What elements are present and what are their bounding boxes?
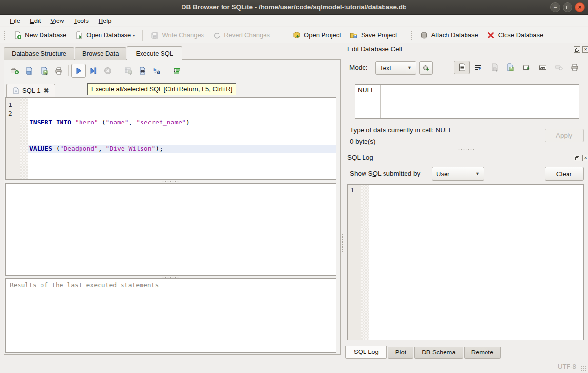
splitter-handle[interactable]: [162, 181, 179, 183]
auto-mode-button[interactable]: [419, 61, 433, 75]
save-file-dropdown-arrow[interactable]: ▾: [45, 72, 47, 76]
resize-grip[interactable]: [581, 366, 587, 372]
close-button[interactable]: ×: [575, 2, 585, 12]
float-dock-icon[interactable]: [574, 155, 580, 161]
close-dock-icon[interactable]: ✕: [582, 46, 588, 53]
sql-log-filter-label: Show SQL submitted by: [350, 170, 420, 177]
new-database-button[interactable]: New Database: [9, 29, 71, 41]
attach-database-icon: [420, 31, 428, 39]
svg-text:b: b: [153, 67, 157, 72]
results-message-area[interactable]: Results of the last executed statements: [5, 278, 336, 353]
open-file-icon: [25, 67, 33, 75]
tab-database-structure[interactable]: Database Structure: [4, 47, 74, 60]
cell-value-editor[interactable]: NULL: [355, 84, 579, 119]
maximize-button[interactable]: [563, 2, 572, 12]
cell-editor-divider: [380, 85, 381, 118]
dock-splitter-handle[interactable]: [458, 149, 474, 151]
sql-log-view[interactable]: 1: [347, 184, 584, 340]
chevron-down-icon: ▼: [407, 65, 412, 70]
stop-button: [101, 64, 115, 78]
menu-file[interactable]: File: [5, 16, 25, 26]
copy-link-button[interactable]: [534, 61, 550, 74]
menu-edit[interactable]: Edit: [25, 16, 45, 26]
open-database-dropdown-arrow[interactable]: ▾: [133, 33, 135, 39]
tab-browse-data[interactable]: Browse Data: [75, 47, 126, 60]
attach-database-button[interactable]: Attach Database: [416, 29, 483, 41]
minimize-button[interactable]: −: [550, 2, 560, 12]
open-project-button[interactable]: Open Project: [288, 29, 345, 41]
save-results-dropdown-arrow: ▾: [129, 72, 131, 76]
dock-tab-db-schema[interactable]: DB Schema: [414, 347, 463, 359]
dock-tab-remote[interactable]: Remote: [464, 347, 501, 359]
encoding-indicator[interactable]: UTF-8: [558, 363, 576, 370]
results-grid[interactable]: [5, 183, 336, 276]
window-controls: − ×: [550, 2, 585, 12]
sql-file-icon: [13, 87, 19, 94]
sql-editor-tab-label: SQL 1: [22, 87, 40, 94]
sql-log-filter-combobox[interactable]: User ▼: [432, 167, 484, 181]
menu-help[interactable]: Help: [94, 16, 117, 26]
sql-log-dock-buttons: ✕: [574, 155, 588, 161]
dock-tab-sql-log[interactable]: SQL Log: [345, 346, 387, 359]
close-dock-icon[interactable]: ✕: [582, 155, 588, 161]
edit-cell-dock-title: Edit Database Cell: [347, 45, 402, 53]
close-database-button[interactable]: Close Database: [483, 29, 548, 41]
sql-toolbar-separator: [167, 65, 167, 76]
status-bar: UTF-8: [0, 359, 588, 373]
toolbar-drag-handle[interactable]: [283, 30, 285, 40]
text-document-icon: [459, 63, 466, 71]
toolbar-drag-handle[interactable]: [410, 30, 413, 40]
print-cell-button[interactable]: [567, 61, 583, 74]
line-number: 2: [8, 109, 20, 118]
save-project-button[interactable]: Save Project: [345, 29, 402, 41]
save-results-button: ▾: [121, 64, 135, 78]
chevron-down-icon: ▼: [475, 171, 480, 176]
revert-changes-button: Revert Changes: [208, 29, 274, 41]
replace-button[interactable]: ba: [150, 64, 164, 78]
sql-toolbar: ▾ ▾ ba: [7, 63, 184, 79]
new-sql-tab-button[interactable]: [7, 64, 22, 78]
find-button[interactable]: [135, 64, 150, 78]
mode-combobox[interactable]: Text ▼: [375, 61, 416, 75]
sql-code-area[interactable]: INSERT INTO "hero" ("name", "secret_name…: [28, 98, 336, 179]
word-wrap-icon: [474, 63, 482, 71]
close-tab-icon[interactable]: ✖: [43, 87, 49, 94]
sql-toolbar-separator: [118, 65, 118, 76]
sql-editor-tab[interactable]: SQL 1 ✖: [6, 84, 55, 97]
execute-all-button[interactable]: [71, 64, 86, 78]
tab-execute-sql[interactable]: Execute SQL: [127, 46, 182, 60]
execute-sql-pane: ▾ ▾ ba SQL 1: [4, 59, 341, 355]
open-project-icon: [293, 31, 301, 39]
cell-editor-toolbar: ▾: [454, 61, 583, 74]
cell-size-info: 0 byte(s): [350, 138, 376, 145]
save-sql-file-button[interactable]: ▾: [37, 64, 51, 78]
window-title: DB Browser for SQLite - /home/user/code/…: [182, 3, 406, 11]
open-sql-file-button[interactable]: [22, 64, 37, 78]
titlebar[interactable]: DB Browser for SQLite - /home/user/code/…: [0, 0, 588, 15]
toolbar-drag-handle[interactable]: [4, 30, 6, 40]
format-sql-button[interactable]: [170, 64, 184, 78]
dock-tab-plot[interactable]: Plot: [388, 347, 413, 359]
sql-code-line: INSERT INTO "hero" ("name", "secret_name…: [28, 118, 336, 127]
execute-line-button[interactable]: [86, 64, 101, 78]
open-external-button[interactable]: [518, 61, 534, 74]
replace-icon: ba: [153, 67, 162, 75]
menu-tools[interactable]: Tools: [69, 16, 93, 26]
clear-log-button[interactable]: Clear: [545, 167, 584, 181]
line-number-gutter: 1 2: [6, 98, 20, 179]
word-wrap-button[interactable]: [470, 61, 486, 74]
log-line-number-gutter: 1: [348, 185, 361, 340]
export-file-button[interactable]: [502, 61, 518, 74]
menu-view[interactable]: View: [45, 16, 69, 26]
print-button[interactable]: [51, 64, 66, 78]
sql-log-filter-value: User: [436, 170, 449, 178]
vertical-splitter-handle[interactable]: [341, 233, 343, 253]
open-database-button[interactable]: Open Database ▾: [71, 29, 139, 41]
text-mode-button[interactable]: [454, 61, 470, 74]
execute-line-icon: [89, 67, 97, 75]
log-content-area: [369, 185, 583, 340]
dock-tab-bar: SQL Log Plot DB Schema Remote: [345, 346, 502, 359]
float-dock-icon[interactable]: [574, 46, 580, 53]
sql-editor[interactable]: 1 2 INSERT INTO "hero" ("name", "secret_…: [5, 97, 336, 180]
export-file-icon: [507, 63, 514, 71]
